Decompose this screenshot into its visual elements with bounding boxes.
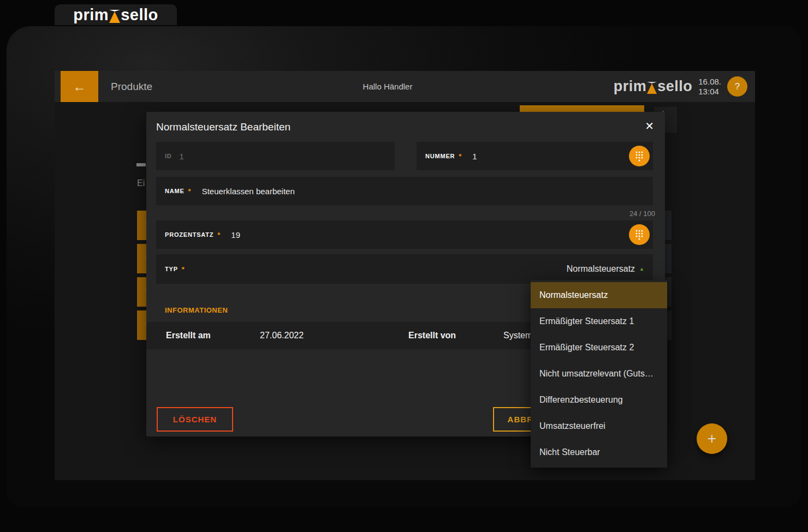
app-window: ← Produkte Hallo Händler primsello 16.08… [55, 71, 755, 480]
plus-icon: + [708, 430, 716, 447]
question-mark-icon: ? [735, 81, 740, 92]
logo-text-prefix: prim [73, 6, 109, 24]
dropdown-option[interactable]: Differenzbesteuerung [531, 387, 667, 413]
date-text: 16.08. [698, 77, 721, 87]
dropdown-option[interactable]: Ermäßigter Steuersatz 2 [531, 334, 667, 361]
brand-logo-chip: primsello [55, 4, 177, 25]
chevron-up-icon: ▲ [639, 266, 644, 272]
dropdown-option[interactable]: Nicht Steuerbar [531, 439, 667, 465]
id-value: 1 [180, 152, 184, 161]
typ-label: TYP [165, 266, 178, 272]
numpad-icon[interactable] [629, 224, 650, 245]
dropdown-option[interactable]: Nicht umsatzrelevant (Guts… [531, 361, 667, 387]
user-greeting: Hallo Händler [363, 71, 413, 102]
required-asterisk: * [459, 152, 461, 160]
prozentsatz-value: 19 [231, 230, 240, 240]
dropdown-option[interactable]: Normalsteuersatz [531, 282, 667, 308]
primasello-logo-small: primsello [614, 78, 693, 95]
informationen-heading: INFORMATIONEN [165, 306, 228, 314]
nummer-value: 1 [472, 152, 477, 161]
nummer-field[interactable]: NUMMER * 1 [417, 142, 653, 170]
created-by-value: System [503, 322, 532, 349]
dropdown-option-label: Normalsteuersatz [539, 290, 608, 300]
delete-button[interactable]: LÖSCHEN [157, 407, 233, 432]
prozentsatz-field[interactable]: PROZENTSATZ * 19 [156, 220, 653, 249]
created-at-label: Erstellt am [166, 322, 211, 349]
header-right-group: primsello 16.08. 13:04 ? [614, 71, 747, 102]
nummer-label: NUMMER [425, 153, 455, 159]
dropdown-option[interactable]: Umsatzsteuerfrei [531, 413, 667, 439]
created-at-value: 27.06.2022 [260, 322, 304, 349]
dropdown-option-label: Ermäßigter Steuersatz 1 [539, 316, 634, 326]
add-button[interactable]: + [697, 423, 727, 454]
prozentsatz-label: PROZENTSATZ [165, 231, 213, 238]
dropdown-option[interactable]: Ermäßigter Steuersatz 1 [531, 308, 667, 334]
dropdown-option-label: Ermäßigter Steuersatz 2 [539, 343, 634, 352]
back-arrow-icon: ← [73, 79, 86, 94]
numpad-icon[interactable] [629, 146, 650, 166]
background-tab-label-fragment: Ei [137, 178, 145, 188]
dropdown-option-label: Nicht umsatzrelevant (Guts… [539, 369, 653, 378]
required-asterisk: * [182, 265, 185, 273]
typ-select[interactable]: TYP * Normalsteuersatz ▲ [156, 254, 653, 284]
back-button[interactable]: ← [61, 71, 98, 102]
dropdown-option-label: Differenzbesteuerung [539, 395, 623, 404]
help-button[interactable]: ? [727, 76, 747, 97]
logo-triangle-icon [647, 82, 657, 94]
close-icon[interactable]: ✕ [645, 119, 654, 133]
created-by-label: Erstellt von [408, 322, 456, 349]
id-label: ID [165, 153, 172, 159]
dropdown-option-label: Umsatzsteuerfrei [539, 421, 605, 431]
typ-selected-value: Normalsteuersatz [567, 264, 635, 274]
logo-triangle-icon [109, 10, 120, 23]
logo-text-suffix: sello [121, 6, 158, 24]
datetime-display: 16.08. 13:04 [698, 77, 721, 97]
background-dash-fragment [136, 163, 146, 166]
primasello-logo: primsello [73, 6, 158, 24]
typ-dropdown-menu: Normalsteuersatz Ermäßigter Steuersatz 1… [531, 280, 667, 468]
logo-text-suffix: sello [657, 78, 692, 95]
app-body: ⋮ Ei % % % % Normalsteuersatz Bearbeiten… [55, 102, 755, 480]
name-label: NAME [165, 188, 185, 194]
required-asterisk: * [217, 231, 220, 239]
id-field: ID 1 [156, 142, 395, 170]
app-header: ← Produkte Hallo Händler primsello 16.08… [55, 71, 755, 102]
page-title: Produkte [111, 71, 152, 102]
name-value: Steuerklassen bearbeiten [202, 187, 295, 196]
required-asterisk: * [188, 187, 191, 195]
name-field[interactable]: NAME * Steuerklassen bearbeiten [156, 177, 653, 205]
dropdown-option-label: Nicht Steuerbar [539, 447, 600, 457]
time-text: 13:04 [698, 87, 721, 97]
char-counter: 24 / 100 [629, 210, 655, 218]
dialog-title: Normalsteuersatz Bearbeiten [156, 121, 290, 133]
logo-text-prefix: prim [614, 78, 647, 95]
